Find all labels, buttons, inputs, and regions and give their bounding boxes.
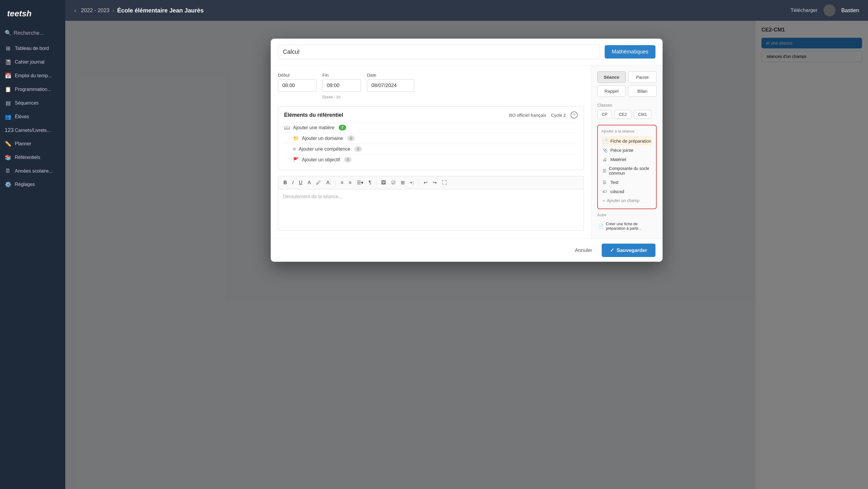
end-time-input[interactable] bbox=[322, 79, 361, 92]
app-logo: teetsh bbox=[0, 6, 65, 27]
paperclip-icon: 📎 bbox=[602, 148, 608, 153]
help-icon[interactable]: ? bbox=[570, 111, 578, 118]
add-field-button[interactable]: + Ajouter un champ bbox=[601, 196, 652, 205]
top-bar-right: Télécharger Bastien bbox=[790, 4, 859, 16]
add-button[interactable]: +: bbox=[408, 179, 416, 186]
date-input[interactable] bbox=[367, 79, 414, 92]
table-button[interactable]: ⊞ bbox=[399, 178, 406, 186]
programming-icon: 📋 bbox=[5, 86, 11, 93]
sidebar-item-emploi-du-temps[interactable]: 📅 Emploi du temp... bbox=[0, 69, 65, 83]
undo-button[interactable]: ↩ bbox=[422, 178, 429, 186]
top-bar: ‹ 2022 - 2023 › École élémentaire Jean J… bbox=[65, 0, 868, 21]
cycle-label: Cycle 2 bbox=[551, 113, 566, 118]
add-test-item[interactable]: ☰ Test bbox=[601, 178, 652, 187]
add-cdscsd-item[interactable]: 🏷 cdscsd bbox=[601, 187, 652, 196]
collapse-button[interactable]: ‹ bbox=[74, 7, 76, 14]
add-socle-item[interactable]: ☰ Composante du socle commun bbox=[601, 164, 652, 178]
fullscreen-button[interactable]: ⛶ bbox=[440, 179, 448, 186]
class-cp-button[interactable]: CP bbox=[597, 110, 612, 119]
piece-jointe-label: Pièce jointe bbox=[610, 148, 633, 153]
modal-footer: Annuler ✓ Sauvegarder bbox=[271, 238, 662, 262]
sidebar-item-eleves[interactable]: 👥 Élèves bbox=[0, 110, 65, 123]
start-time-input[interactable] bbox=[278, 79, 316, 92]
highlight-button[interactable]: 🖊 bbox=[314, 179, 323, 186]
end-time-label: Fin bbox=[322, 73, 361, 78]
main-area: ‹ 2022 - 2023 › École élémentaire Jean J… bbox=[65, 0, 868, 489]
save-label: Sauvegarder bbox=[617, 248, 647, 253]
end-time-field: Fin Durée : 1h bbox=[322, 73, 361, 99]
list-button[interactable]: ☰▾ bbox=[355, 178, 365, 186]
add-domain-label: Ajouter un domaine bbox=[302, 136, 343, 141]
sidebar-item-label: Cahier journal bbox=[15, 59, 44, 65]
competence-icon: ≡ bbox=[293, 146, 296, 152]
sidebar-item-cahier-journal[interactable]: 📓 Cahier journal bbox=[0, 55, 65, 69]
sidebar-item-label: Programmation... bbox=[15, 87, 51, 92]
sidebar-item-carnets[interactable]: 123 Carnets/Livrets... bbox=[0, 123, 65, 137]
sidebar-item-annees[interactable]: 🗓 Années scolaire... bbox=[0, 164, 65, 178]
sidebar-item-programmations[interactable]: 📋 Programmation... bbox=[0, 83, 65, 96]
download-button[interactable]: Télécharger bbox=[790, 7, 817, 13]
competence-badge: 0 bbox=[354, 146, 362, 152]
ref-icon: 📚 bbox=[5, 154, 11, 161]
ref-objectif-item[interactable]: 🚩 Ajouter un objectif 0 bbox=[284, 154, 578, 165]
ref-competence-item[interactable]: ≡ Ajouter une compétence 0 bbox=[284, 143, 578, 154]
sidebar-item-label: Élèves bbox=[15, 114, 29, 119]
redo-button[interactable]: ↪ bbox=[431, 178, 438, 186]
add-piece-jointe-item[interactable]: 📎 Pièce jointe bbox=[601, 146, 652, 155]
editor-content[interactable]: Déroulement de la séance... bbox=[278, 189, 584, 231]
checkmark-icon: ✓ bbox=[610, 247, 614, 253]
ref-subject-item[interactable]: 📖 Ajouter une matière 7 bbox=[284, 122, 578, 133]
add-materiel-item[interactable]: 🖨 Matériel bbox=[601, 155, 652, 164]
class-cm1-button[interactable]: CM1 bbox=[634, 110, 652, 119]
sidebar-item-reglages[interactable]: ⚙️ Réglages bbox=[0, 178, 65, 191]
ref-header-right: BO officiel français Cycle 2 ? bbox=[509, 111, 578, 118]
session-title-input[interactable] bbox=[278, 45, 600, 59]
add-fiche-item[interactable]: 📄 Fiche de préparation bbox=[601, 136, 652, 146]
type-seance-button[interactable]: Séance bbox=[597, 71, 626, 83]
autre-label: Autre bbox=[597, 213, 657, 217]
sequences-icon: ▤ bbox=[5, 100, 11, 106]
type-buttons-group: Séance Pause Rappel Bilan bbox=[597, 71, 657, 97]
search-bar[interactable]: 🔍 Recherche... bbox=[0, 27, 65, 39]
modal-dialog: Mathématiques Début bbox=[271, 39, 662, 262]
type-rappel-button[interactable]: Rappel bbox=[597, 85, 626, 97]
text-color-button[interactable]: A bbox=[306, 179, 313, 186]
sidebar-item-planner[interactable]: ✏️ Planner bbox=[0, 137, 65, 151]
students-icon: 👥 bbox=[5, 114, 11, 120]
dashboard-icon: ⊞ bbox=[5, 45, 11, 52]
timetable-icon: 📅 bbox=[5, 73, 11, 79]
subject-button[interactable]: Mathématiques bbox=[605, 45, 655, 59]
image-button[interactable]: 🖼 bbox=[379, 179, 388, 186]
plus-icon: + bbox=[602, 198, 605, 203]
type-pause-button[interactable]: Pause bbox=[628, 71, 657, 83]
modal-header: Mathématiques bbox=[271, 39, 662, 65]
underline-button[interactable]: U bbox=[297, 179, 304, 186]
save-button[interactable]: ✓ Sauvegarder bbox=[602, 243, 655, 257]
paragraph-button[interactable]: ¶ bbox=[367, 179, 373, 186]
align-center-button[interactable]: ≡ bbox=[347, 179, 353, 186]
editor-placeholder: Déroulement de la séance... bbox=[283, 194, 342, 199]
cancel-button[interactable]: Annuler bbox=[570, 244, 597, 256]
align-left-button[interactable]: ≡ bbox=[339, 179, 345, 186]
sidebar-item-sequences[interactable]: ▤ Séquences bbox=[0, 96, 65, 110]
sidebar-item-label: Emploi du temp... bbox=[15, 73, 52, 79]
class-ce2-button[interactable]: CE2 bbox=[614, 110, 631, 119]
create-fiche-item[interactable]: 📄 Créer une fiche de préparation à parti… bbox=[597, 220, 657, 233]
bold-button[interactable]: B bbox=[282, 179, 289, 186]
type-bilan-button[interactable]: Bilan bbox=[628, 85, 657, 97]
italic-button[interactable]: I bbox=[290, 179, 296, 186]
classes-section: Classes CP CE2 CM1 bbox=[597, 103, 657, 119]
fiche-label: Fiche de préparation bbox=[610, 139, 651, 143]
search-icon: 🔍 bbox=[5, 30, 11, 36]
font-size-button[interactable]: A: bbox=[324, 179, 333, 186]
book-icon: 📖 bbox=[284, 125, 290, 131]
sidebar-item-tableau-de-bord[interactable]: ⊞ Tableau de bord bbox=[0, 41, 65, 55]
ref-domain-item[interactable]: 📁 Ajouter un domaine 0 bbox=[284, 133, 578, 143]
domain-badge: 0 bbox=[347, 136, 355, 141]
sidebar-item-referentiels[interactable]: 📚 Référentiels bbox=[0, 151, 65, 164]
checkbox-button[interactable]: ☑ bbox=[390, 178, 397, 186]
start-time-label: Début bbox=[278, 73, 316, 78]
modal-body: Début Fin Durée : 1h Date bbox=[271, 65, 662, 238]
sidebar-item-label: Planner bbox=[15, 141, 31, 146]
planner-icon: ✏️ bbox=[5, 141, 11, 147]
